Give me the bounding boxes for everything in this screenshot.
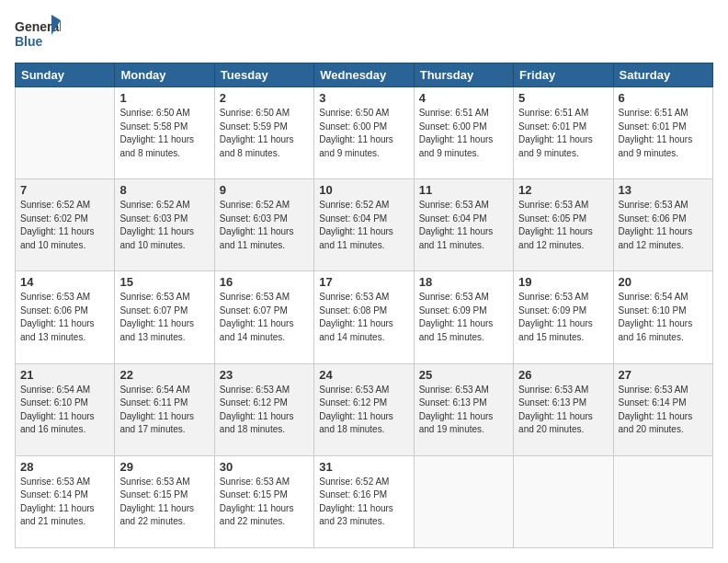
logo: GeneralBlue: [15, 15, 61, 53]
calendar-cell: 23Sunrise: 6:53 AM Sunset: 6:12 PM Dayli…: [214, 363, 313, 455]
day-number: 3: [319, 91, 408, 105]
calendar-cell: 29Sunrise: 6:53 AM Sunset: 6:15 PM Dayli…: [115, 455, 214, 547]
day-info: Sunrise: 6:54 AM Sunset: 6:11 PM Dayligh…: [119, 384, 209, 437]
day-number: 15: [119, 275, 209, 289]
day-number: 29: [119, 460, 209, 474]
day-info: Sunrise: 6:54 AM Sunset: 6:10 PM Dayligh…: [20, 384, 109, 437]
calendar-cell: 31Sunrise: 6:52 AM Sunset: 6:16 PM Dayli…: [314, 455, 414, 547]
weekday-header-saturday: Saturday: [613, 63, 712, 87]
day-info: Sunrise: 6:53 AM Sunset: 6:07 PM Dayligh…: [220, 291, 309, 344]
calendar-cell: 3Sunrise: 6:50 AM Sunset: 6:00 PM Daylig…: [314, 87, 414, 179]
day-info: Sunrise: 6:52 AM Sunset: 6:02 PM Dayligh…: [20, 199, 109, 252]
calendar-cell: 22Sunrise: 6:54 AM Sunset: 6:11 PM Dayli…: [115, 363, 214, 455]
day-info: Sunrise: 6:53 AM Sunset: 6:13 PM Dayligh…: [518, 384, 608, 437]
day-info: Sunrise: 6:53 AM Sunset: 6:12 PM Dayligh…: [220, 384, 309, 437]
day-number: 6: [619, 91, 708, 105]
day-info: Sunrise: 6:54 AM Sunset: 6:10 PM Dayligh…: [619, 291, 708, 344]
calendar-cell: 9Sunrise: 6:52 AM Sunset: 6:03 PM Daylig…: [214, 179, 313, 271]
calendar-cell: 26Sunrise: 6:53 AM Sunset: 6:13 PM Dayli…: [514, 363, 613, 455]
calendar-cell: 19Sunrise: 6:53 AM Sunset: 6:09 PM Dayli…: [514, 271, 613, 363]
calendar-cell: 4Sunrise: 6:51 AM Sunset: 6:00 PM Daylig…: [414, 87, 513, 179]
day-number: 18: [419, 275, 508, 289]
day-info: Sunrise: 6:52 AM Sunset: 6:04 PM Dayligh…: [319, 199, 408, 252]
weekday-header-tuesday: Tuesday: [214, 63, 313, 87]
day-info: Sunrise: 6:53 AM Sunset: 6:05 PM Dayligh…: [518, 199, 608, 252]
calendar-cell: 16Sunrise: 6:53 AM Sunset: 6:07 PM Dayli…: [214, 271, 313, 363]
weekday-header-wednesday: Wednesday: [314, 63, 414, 87]
week-row-2: 7Sunrise: 6:52 AM Sunset: 6:02 PM Daylig…: [16, 179, 713, 271]
calendar-cell: 28Sunrise: 6:53 AM Sunset: 6:14 PM Dayli…: [16, 455, 115, 547]
day-number: 17: [319, 275, 408, 289]
day-number: 10: [319, 183, 408, 197]
day-info: Sunrise: 6:50 AM Sunset: 6:00 PM Dayligh…: [319, 107, 408, 160]
day-number: 8: [119, 183, 209, 197]
day-info: Sunrise: 6:53 AM Sunset: 6:12 PM Dayligh…: [319, 384, 408, 437]
calendar-cell: 13Sunrise: 6:53 AM Sunset: 6:06 PM Dayli…: [613, 179, 712, 271]
day-number: 7: [20, 183, 109, 197]
calendar-cell: 30Sunrise: 6:53 AM Sunset: 6:15 PM Dayli…: [214, 455, 313, 547]
day-info: Sunrise: 6:53 AM Sunset: 6:09 PM Dayligh…: [518, 291, 608, 344]
day-info: Sunrise: 6:53 AM Sunset: 6:08 PM Dayligh…: [319, 291, 408, 344]
weekday-header-sunday: Sunday: [16, 63, 115, 87]
day-info: Sunrise: 6:53 AM Sunset: 6:07 PM Dayligh…: [119, 291, 209, 344]
calendar-cell: 21Sunrise: 6:54 AM Sunset: 6:10 PM Dayli…: [16, 363, 115, 455]
calendar-cell: 20Sunrise: 6:54 AM Sunset: 6:10 PM Dayli…: [613, 271, 712, 363]
day-number: 16: [220, 275, 309, 289]
day-info: Sunrise: 6:53 AM Sunset: 6:15 PM Dayligh…: [220, 476, 309, 529]
day-info: Sunrise: 6:50 AM Sunset: 5:59 PM Dayligh…: [220, 107, 309, 160]
calendar-cell: 25Sunrise: 6:53 AM Sunset: 6:13 PM Dayli…: [414, 363, 513, 455]
calendar-cell: [16, 87, 115, 179]
calendar-cell: [514, 455, 613, 547]
calendar-cell: 11Sunrise: 6:53 AM Sunset: 6:04 PM Dayli…: [414, 179, 513, 271]
day-number: 23: [220, 368, 309, 382]
calendar-cell: [414, 455, 513, 547]
day-info: Sunrise: 6:53 AM Sunset: 6:09 PM Dayligh…: [419, 291, 508, 344]
calendar-cell: 5Sunrise: 6:51 AM Sunset: 6:01 PM Daylig…: [514, 87, 613, 179]
calendar-cell: 8Sunrise: 6:52 AM Sunset: 6:03 PM Daylig…: [115, 179, 214, 271]
page-header: GeneralBlue: [15, 15, 713, 53]
calendar-cell: 14Sunrise: 6:53 AM Sunset: 6:06 PM Dayli…: [16, 271, 115, 363]
weekday-header-row: SundayMondayTuesdayWednesdayThursdayFrid…: [16, 63, 713, 87]
day-info: Sunrise: 6:53 AM Sunset: 6:06 PM Dayligh…: [619, 199, 708, 252]
calendar-cell: 6Sunrise: 6:51 AM Sunset: 6:01 PM Daylig…: [613, 87, 712, 179]
weekday-header-monday: Monday: [115, 63, 214, 87]
day-number: 25: [419, 368, 508, 382]
day-info: Sunrise: 6:52 AM Sunset: 6:03 PM Dayligh…: [119, 199, 209, 252]
day-number: 9: [220, 183, 309, 197]
weekday-header-thursday: Thursday: [414, 63, 513, 87]
calendar-cell: 27Sunrise: 6:53 AM Sunset: 6:14 PM Dayli…: [613, 363, 712, 455]
day-number: 5: [518, 91, 608, 105]
day-number: 27: [619, 368, 708, 382]
calendar-cell: 7Sunrise: 6:52 AM Sunset: 6:02 PM Daylig…: [16, 179, 115, 271]
svg-text:Blue: Blue: [15, 34, 43, 49]
day-number: 12: [518, 183, 608, 197]
day-number: 11: [419, 183, 508, 197]
calendar-cell: 10Sunrise: 6:52 AM Sunset: 6:04 PM Dayli…: [314, 179, 414, 271]
day-number: 31: [319, 460, 408, 474]
calendar-cell: [613, 455, 712, 547]
day-info: Sunrise: 6:51 AM Sunset: 6:01 PM Dayligh…: [518, 107, 608, 160]
day-number: 30: [220, 460, 309, 474]
day-info: Sunrise: 6:53 AM Sunset: 6:13 PM Dayligh…: [419, 384, 508, 437]
day-number: 19: [518, 275, 608, 289]
day-number: 2: [220, 91, 309, 105]
calendar-cell: 17Sunrise: 6:53 AM Sunset: 6:08 PM Dayli…: [314, 271, 414, 363]
week-row-4: 21Sunrise: 6:54 AM Sunset: 6:10 PM Dayli…: [16, 363, 713, 455]
day-info: Sunrise: 6:53 AM Sunset: 6:04 PM Dayligh…: [419, 199, 508, 252]
day-number: 1: [119, 91, 209, 105]
day-number: 20: [619, 275, 708, 289]
day-number: 26: [518, 368, 608, 382]
calendar-cell: 18Sunrise: 6:53 AM Sunset: 6:09 PM Dayli…: [414, 271, 513, 363]
calendar-cell: 1Sunrise: 6:50 AM Sunset: 5:58 PM Daylig…: [115, 87, 214, 179]
calendar-cell: 15Sunrise: 6:53 AM Sunset: 6:07 PM Dayli…: [115, 271, 214, 363]
calendar-cell: 24Sunrise: 6:53 AM Sunset: 6:12 PM Dayli…: [314, 363, 414, 455]
calendar-table: SundayMondayTuesdayWednesdayThursdayFrid…: [15, 63, 713, 548]
weekday-header-friday: Friday: [514, 63, 613, 87]
day-number: 14: [20, 275, 109, 289]
logo-svg: GeneralBlue: [15, 15, 61, 53]
day-number: 4: [419, 91, 508, 105]
day-number: 13: [619, 183, 708, 197]
day-info: Sunrise: 6:53 AM Sunset: 6:14 PM Dayligh…: [20, 476, 109, 529]
day-info: Sunrise: 6:52 AM Sunset: 6:16 PM Dayligh…: [319, 476, 408, 529]
day-info: Sunrise: 6:51 AM Sunset: 6:00 PM Dayligh…: [419, 107, 508, 160]
